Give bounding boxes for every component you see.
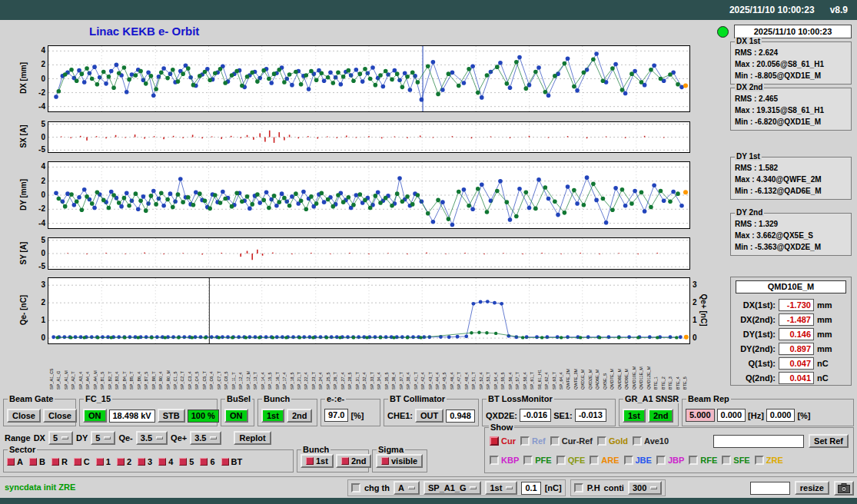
show-checkbox[interactable] bbox=[490, 436, 499, 446]
ref-name-input[interactable] bbox=[713, 435, 804, 448]
sector-checkbox[interactable] bbox=[200, 458, 208, 466]
show-source-toggle-jbe[interactable]: JBE bbox=[624, 456, 652, 465]
range-row: Range DX 5 DY 5 Qe- 3.5 Qe+ 3.5 Replot bbox=[5, 430, 271, 446]
show-source-checkbox[interactable] bbox=[624, 456, 633, 465]
show-source-checkbox[interactable] bbox=[490, 456, 499, 465]
range-dx-select[interactable]: 5 bbox=[48, 431, 73, 445]
bunch-checkbox[interactable] bbox=[341, 457, 349, 465]
bunch-toggle-1st[interactable]: 1st bbox=[301, 454, 334, 468]
monitor-row-value: 0.146 bbox=[779, 328, 814, 340]
show-source-toggle-are[interactable]: ARE bbox=[590, 456, 619, 465]
show-checkbox[interactable] bbox=[520, 436, 530, 446]
ph-checkbox[interactable] bbox=[574, 483, 583, 492]
range-dy-select[interactable]: 5 bbox=[91, 431, 115, 445]
bunch-toggle-2nd[interactable]: 2nd bbox=[336, 454, 372, 468]
y-tick-label: -2 bbox=[30, 204, 45, 213]
fc15-stb-button[interactable]: STB bbox=[158, 409, 185, 423]
dy-axis-label: DY [mm] bbox=[19, 168, 28, 222]
x-axis-label: SP_C2_T bbox=[180, 347, 184, 390]
sp-select[interactable]: SP_A1_G bbox=[424, 481, 482, 495]
range-dx-value: 5 bbox=[53, 433, 58, 443]
range-qep-select[interactable]: 3.5 bbox=[190, 431, 221, 445]
show-source-toggle-zre[interactable]: ZRE bbox=[755, 456, 783, 465]
show-source-checkbox[interactable] bbox=[689, 456, 698, 465]
show-source-toggle-pfe[interactable]: PFE bbox=[523, 456, 551, 465]
sigma-visible-label: visible bbox=[391, 456, 417, 466]
show-checkbox[interactable] bbox=[633, 436, 642, 446]
sector-toggle-a[interactable]: A bbox=[7, 457, 23, 466]
sector-checkbox[interactable] bbox=[158, 458, 166, 466]
sector-checkbox[interactable] bbox=[29, 458, 37, 466]
range-qem-select[interactable]: 3.5 bbox=[136, 431, 168, 445]
show-toggle-cur[interactable]: Cur bbox=[490, 436, 516, 446]
show-source-toggle-qfe[interactable]: QFE bbox=[556, 456, 586, 465]
che1-out-button[interactable]: OUT bbox=[415, 409, 443, 423]
sector-checkbox[interactable] bbox=[74, 458, 81, 466]
fc15-on-button[interactable]: ON bbox=[83, 409, 107, 423]
screenshot-button[interactable] bbox=[834, 481, 854, 496]
snsr-1st-button[interactable]: 1st bbox=[623, 409, 646, 423]
sector-checkbox[interactable] bbox=[138, 458, 145, 466]
y-tick-label: 2 bbox=[30, 298, 45, 307]
bunch-1st-button[interactable]: 1st bbox=[261, 409, 284, 423]
resize-button[interactable]: resize bbox=[795, 481, 829, 495]
sector-toggle-c[interactable]: C bbox=[74, 457, 90, 466]
show-toggle-ave10[interactable]: Ave10 bbox=[633, 436, 669, 446]
show-source-checkbox[interactable] bbox=[556, 456, 566, 465]
sigma-group-title: Sigma bbox=[377, 445, 405, 454]
replot-button[interactable]: Replot bbox=[234, 431, 271, 445]
beam-gate-close-button-2[interactable]: Close bbox=[43, 409, 77, 423]
bunch-checkbox[interactable] bbox=[306, 457, 314, 465]
sector-checkbox[interactable] bbox=[221, 458, 229, 466]
x-axis-label: BTE_2 bbox=[661, 347, 666, 390]
show-source-toggle-sfe[interactable]: SFE bbox=[722, 456, 749, 465]
sector-toggle-4[interactable]: 4 bbox=[158, 457, 173, 466]
show-source-toggle-kbp[interactable]: KBP bbox=[490, 456, 519, 465]
x-axis-label: SP_33_T bbox=[370, 347, 374, 390]
busel-on-button[interactable]: ON bbox=[224, 409, 248, 423]
show-toggle-gold[interactable]: Gold bbox=[597, 436, 628, 446]
show-source-checkbox[interactable] bbox=[590, 456, 599, 465]
set-ref-button[interactable]: Set Ref bbox=[809, 434, 849, 448]
monitor-row-dx-2nd-: DX(2nd):-1.487mm bbox=[732, 313, 851, 326]
show-source-checkbox[interactable] bbox=[523, 456, 533, 465]
show-source-toggle-jbp[interactable]: JBP bbox=[656, 456, 684, 465]
sector-toggle-r[interactable]: R bbox=[51, 457, 68, 466]
ee-ratio-group-title: e-:e- bbox=[325, 394, 346, 403]
show-source-checkbox[interactable] bbox=[656, 456, 666, 465]
show-toggle-ref[interactable]: Ref bbox=[520, 436, 546, 446]
sector-toggle-2[interactable]: 2 bbox=[117, 457, 131, 466]
sector-toggle-6[interactable]: 6 bbox=[200, 457, 214, 466]
stat-box-title: DX 2nd bbox=[735, 83, 764, 91]
show-source-toggle-rfe[interactable]: RFE bbox=[689, 456, 717, 465]
count-input[interactable] bbox=[750, 482, 790, 495]
mode-select[interactable]: A bbox=[394, 481, 420, 495]
monitor-row-label: Q(1st): bbox=[732, 359, 776, 368]
bunch-select[interactable]: 1st bbox=[485, 481, 517, 495]
show-toggle-cur-ref[interactable]: Cur-Ref bbox=[550, 436, 593, 446]
sector-checkbox[interactable] bbox=[7, 458, 15, 466]
sector-checkbox[interactable] bbox=[179, 458, 187, 466]
sector-checkbox[interactable] bbox=[96, 458, 104, 466]
sector-toggle-bt[interactable]: BT bbox=[221, 457, 243, 466]
range-qem-value: 3.5 bbox=[141, 433, 152, 443]
sector-toggle-b[interactable]: B bbox=[29, 457, 45, 466]
bunch-2nd-button[interactable]: 2nd bbox=[287, 409, 313, 423]
count-select[interactable]: 300 bbox=[628, 481, 662, 495]
sector-toggle-5[interactable]: 5 bbox=[179, 457, 194, 466]
show-checkbox[interactable] bbox=[550, 436, 560, 446]
sigma-visible-checkbox[interactable] bbox=[381, 457, 389, 465]
sigma-visible-toggle[interactable]: visible bbox=[376, 454, 423, 468]
y-tick-label-right: 2 bbox=[693, 298, 705, 307]
y-tick-label: 1 bbox=[30, 316, 45, 324]
sector-checkbox[interactable] bbox=[51, 458, 59, 466]
chg-th-checkbox[interactable] bbox=[351, 483, 360, 492]
show-source-checkbox[interactable] bbox=[755, 456, 764, 465]
snsr-2nd-button[interactable]: 2nd bbox=[648, 409, 674, 423]
beam-gate-close-button-1[interactable]: Close bbox=[7, 409, 41, 423]
sector-toggle-1[interactable]: 1 bbox=[96, 457, 111, 466]
show-source-checkbox[interactable] bbox=[722, 456, 731, 465]
sector-toggle-3[interactable]: 3 bbox=[138, 457, 152, 466]
sector-checkbox[interactable] bbox=[117, 458, 125, 466]
show-checkbox[interactable] bbox=[597, 436, 606, 446]
